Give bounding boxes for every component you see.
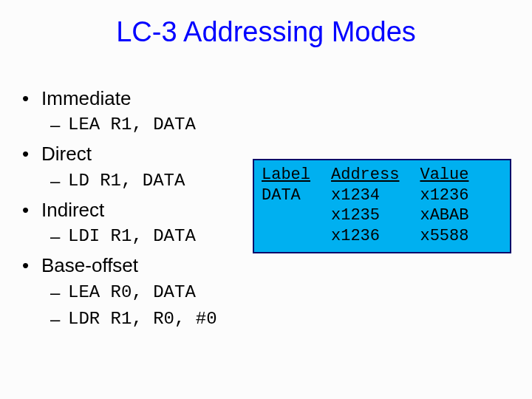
memory-col-value: Value x1236 xABAB x5588 <box>420 165 468 246</box>
memory-header-address: Address <box>331 165 399 185</box>
memory-header-label: Label <box>262 165 310 185</box>
memory-address-1: x1235 <box>331 205 399 226</box>
memory-value-0: x1236 <box>420 185 468 206</box>
memory-value-2: x5588 <box>420 226 468 247</box>
mode-direct: Direct <box>22 141 217 167</box>
memory-table: Label DATA Address x1234 x1235 x1236 Val… <box>253 159 511 253</box>
slide: LC-3 Addressing Modes Immediate LEA R1, … <box>0 0 532 399</box>
mode-immediate: Immediate <box>22 86 217 112</box>
mode-baseoffset: Base-offset <box>22 253 217 279</box>
code-immediate-1: LEA R1, DATA <box>22 113 217 137</box>
slide-body: Immediate LEA R1, DATA Direct LD R1, DAT… <box>22 81 217 334</box>
mode-indirect: Indirect <box>22 197 217 223</box>
memory-header-value: Value <box>420 165 468 185</box>
memory-address-0: x1234 <box>331 185 399 206</box>
code-baseoffset-2: LDR R1, R0, #0 <box>22 307 217 331</box>
memory-col-address: Address x1234 x1235 x1236 <box>331 165 399 246</box>
code-direct-1: LD R1, DATA <box>22 169 217 193</box>
code-baseoffset-1: LEA R0, DATA <box>22 281 217 304</box>
memory-col-label: Label DATA <box>262 165 310 246</box>
memory-value-1: xABAB <box>420 205 468 226</box>
memory-label-0: DATA <box>262 185 310 206</box>
memory-address-2: x1236 <box>331 226 399 247</box>
slide-title: LC-3 Addressing Modes <box>0 16 532 48</box>
code-indirect-1: LDI R1, DATA <box>22 225 217 248</box>
